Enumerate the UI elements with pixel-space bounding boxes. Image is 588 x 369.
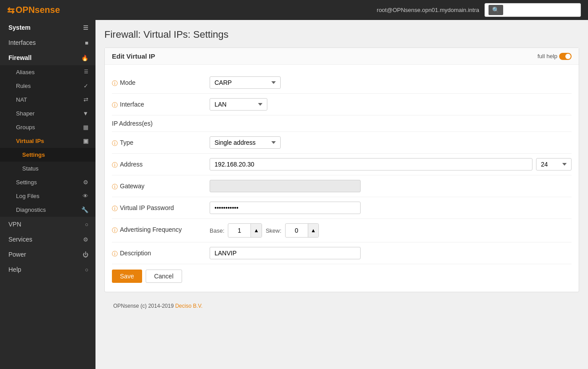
fullhelp-toggle-wrap[interactable]: full help xyxy=(537,53,572,60)
interface-label-wrap: ⓘ Interface xyxy=(112,98,210,109)
type-select[interactable]: Single address Network xyxy=(210,136,281,149)
sidebar-item-log-files[interactable]: Log Files 👁 xyxy=(0,189,95,203)
page-title: Firewall: Virtual IPs: Settings xyxy=(104,29,579,40)
gateway-info-icon: ⓘ xyxy=(112,183,118,191)
sidebar-item-help[interactable]: Help ○ xyxy=(0,262,95,277)
description-label-wrap: ⓘ Description xyxy=(112,247,210,258)
type-label: Type xyxy=(120,139,133,146)
power-icon: ⏻ xyxy=(83,251,88,258)
adv-freq-row: ⓘ Advertising Frequency Base: ▲ Skew: xyxy=(112,219,572,242)
main-layout: System ☰ Interfaces ■ Firewall 🔥 Aliases… xyxy=(0,20,588,369)
type-control: Single address Network xyxy=(210,136,572,149)
virtual-ips-label: Virtual IPs xyxy=(16,138,44,144)
interface-row: ⓘ Interface LAN WAN lo0 xyxy=(112,94,572,115)
footer-link[interactable]: Deciso B.V. xyxy=(175,303,203,309)
gateway-control xyxy=(210,180,572,192)
gateway-input[interactable] xyxy=(210,180,361,192)
adv-freq-inputs: Base: ▲ Skew: ▲ xyxy=(210,223,572,238)
base-input[interactable] xyxy=(228,225,250,236)
cidr-select[interactable]: 8 16 24 32 xyxy=(536,158,572,171)
mode-info-icon: ⓘ xyxy=(112,79,118,87)
description-control xyxy=(210,247,572,259)
sidebar-item-fw-settings[interactable]: Settings ⚙ xyxy=(0,175,95,189)
services-icon: ⚙ xyxy=(83,236,88,243)
sidebar-item-interfaces[interactable]: Interfaces ■ xyxy=(0,35,95,50)
base-spinbox: ▲ xyxy=(228,223,262,238)
panel-header: Edit Virtual IP full help xyxy=(105,48,579,65)
vpn-icon: ○ xyxy=(85,221,88,228)
mode-control: CARP IP Alias Proxy ARP Other xyxy=(210,76,572,89)
vip-password-input[interactable] xyxy=(210,202,361,214)
skew-spinbox: ▲ xyxy=(285,223,319,238)
mode-row: ⓘ Mode CARP IP Alias Proxy ARP Other xyxy=(112,72,572,94)
shaper-label: Shaper xyxy=(16,110,35,117)
skew-label: Skew: xyxy=(266,227,281,234)
panel-body: ⓘ Mode CARP IP Alias Proxy ARP Other xyxy=(105,65,579,292)
shaper-icon: ▼ xyxy=(83,110,88,117)
sidebar-subitem-status[interactable]: Status xyxy=(0,162,95,175)
logo-text: OPNsense xyxy=(16,5,60,15)
sidebar-item-system[interactable]: System ☰ xyxy=(0,20,95,35)
vip-password-row: ⓘ Virtual IP Password xyxy=(112,197,572,219)
search-button[interactable]: 🔍 xyxy=(489,5,503,15)
interface-select[interactable]: LAN WAN lo0 xyxy=(210,98,267,111)
sidebar-item-nat[interactable]: NAT ⇄ xyxy=(0,93,95,107)
address-input[interactable] xyxy=(210,158,532,171)
sidebar-item-services[interactable]: Services ⚙ xyxy=(0,232,95,247)
description-info-icon: ⓘ xyxy=(112,250,118,258)
power-label: Power xyxy=(8,251,83,258)
fullhelp-toggle-icon[interactable] xyxy=(559,53,572,60)
mode-select[interactable]: CARP IP Alias Proxy ARP Other xyxy=(210,76,281,89)
groups-label: Groups xyxy=(16,124,35,131)
address-info-icon: ⓘ xyxy=(112,161,118,169)
skew-input[interactable] xyxy=(286,225,308,236)
search-input[interactable] xyxy=(506,7,577,13)
sidebar-item-rules[interactable]: Rules ✓ xyxy=(0,79,95,93)
address-control: 8 16 24 32 xyxy=(210,158,572,171)
sidebar-item-power[interactable]: Power ⏻ xyxy=(0,247,95,262)
adv-freq-label-wrap: ⓘ Advertising Frequency xyxy=(112,223,210,234)
log-files-label: Log Files xyxy=(16,193,40,199)
fullhelp-label: full help xyxy=(537,53,557,60)
description-label: Description xyxy=(120,250,151,257)
cancel-button[interactable]: Cancel xyxy=(146,270,182,283)
gateway-row: ⓘ Gateway xyxy=(112,175,572,197)
nat-icon: ⇄ xyxy=(83,96,88,103)
settings-sub-label: Settings xyxy=(22,151,45,158)
nat-label: NAT xyxy=(16,96,27,103)
status-sub-label: Status xyxy=(22,165,39,172)
rules-label: Rules xyxy=(16,83,31,89)
sidebar-item-firewall[interactable]: Firewall 🔥 xyxy=(0,50,95,65)
sidebar-subitem-settings[interactable]: Settings xyxy=(0,148,95,162)
diagnostics-icon: 🔧 xyxy=(81,206,88,213)
navbar: ⇆ OPNsense root@OPNsense.opn01.mydomain.… xyxy=(0,0,588,20)
skew-up-button[interactable]: ▲ xyxy=(308,224,319,237)
adv-freq-label: Advertising Frequency xyxy=(120,226,182,233)
vpn-label: VPN xyxy=(8,221,85,228)
sidebar-item-groups[interactable]: Groups ▦ xyxy=(0,120,95,134)
type-label-wrap: ⓘ Type xyxy=(112,136,210,147)
search-box[interactable]: 🔍 xyxy=(485,3,581,17)
interface-control: LAN WAN lo0 xyxy=(210,98,572,111)
sidebar-item-virtual-ips[interactable]: Virtual IPs ▣ xyxy=(0,134,95,148)
brand: ⇆ OPNsense xyxy=(7,5,60,16)
base-up-button[interactable]: ▲ xyxy=(250,224,262,237)
help-icon: ○ xyxy=(85,266,88,273)
sidebar-item-shaper[interactable]: Shaper ▼ xyxy=(0,107,95,120)
vip-password-label-wrap: ⓘ Virtual IP Password xyxy=(112,202,210,213)
sidebar-item-vpn[interactable]: VPN ○ xyxy=(0,217,95,232)
footer-text: OPNsense (c) 2014-2019 xyxy=(113,303,174,309)
gateway-label-wrap: ⓘ Gateway xyxy=(112,180,210,191)
address-label-wrap: ⓘ Address xyxy=(112,158,210,169)
sidebar-item-diagnostics[interactable]: Diagnostics 🔧 xyxy=(0,203,95,217)
description-input[interactable] xyxy=(210,247,361,259)
sidebar: System ☰ Interfaces ■ Firewall 🔥 Aliases… xyxy=(0,20,95,369)
save-button[interactable]: Save xyxy=(112,270,142,283)
virtual-ips-icon: ▣ xyxy=(83,138,88,144)
edit-panel: Edit Virtual IP full help ⓘ Mode CARP xyxy=(104,48,579,292)
address-input-row: 8 16 24 32 xyxy=(210,158,572,171)
aliases-icon: ☰ xyxy=(84,69,88,75)
base-label: Base: xyxy=(210,227,224,234)
panel-title: Edit Virtual IP xyxy=(112,52,155,60)
sidebar-item-aliases[interactable]: Aliases ☰ xyxy=(0,65,95,79)
